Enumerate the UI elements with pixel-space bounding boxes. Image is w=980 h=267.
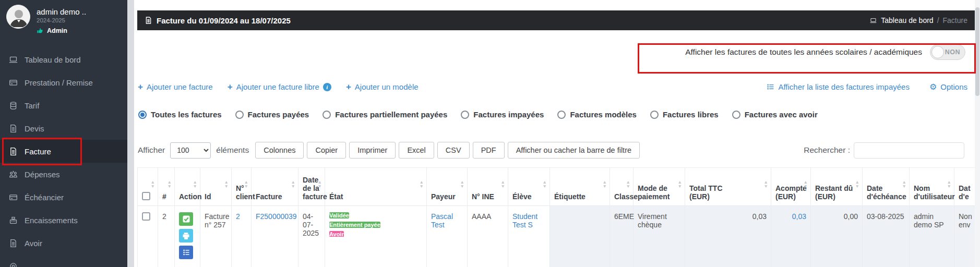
column-header-acompte[interactable]: Acompte (EUR) [771,168,811,206]
column-header-num[interactable]: # [158,168,175,206]
radio-icon [732,111,740,119]
column-header-id[interactable]: Id [200,168,232,206]
cell-acompte: 0,03 [771,206,811,267]
payer-link[interactable]: Pascal Test [431,212,453,229]
search-control: Rechercher : [804,142,964,159]
options-link[interactable]: ⚙ Options [929,82,967,91]
sidebar-item-encaissements[interactable]: Encaissements [0,209,127,232]
filter-factures-partiellement-payees[interactable]: Factures partiellement payées [322,110,447,119]
sort-icon [244,180,248,188]
sidebar-item-tarif[interactable]: Tarif [0,94,127,117]
csv-button[interactable]: CSV [437,142,470,159]
credit-card-icon [9,193,18,202]
column-header-due-date[interactable]: Date d'échéance [863,168,910,206]
column-header-invoice-date[interactable]: Date de la facture [298,168,325,206]
filter-factures-avec-avoir[interactable]: Factures avec avoir [732,110,818,119]
column-header-username[interactable]: Nom d'utilisateur [910,168,954,206]
print-action-button[interactable] [179,229,193,242]
list-icon [182,248,190,257]
invoice-file-icon [9,147,18,156]
add-free-invoice-link[interactable]: + Ajouter une facture libre i [228,82,331,91]
sidebar-item-tableau-de-bord[interactable]: Tableau de bord [0,48,127,71]
cell-select [138,206,158,267]
cell-student: Student Test S [508,206,550,267]
filter-factures-payees[interactable]: Factures payées [235,110,309,119]
details-action-button[interactable] [179,246,193,259]
sidebar-item-label: Devis [25,124,44,133]
sidebar-item-label: Avoir [25,239,42,248]
status-badge-avoir[interactable]: Avoir [329,231,344,237]
sidebar-item-depenses[interactable]: Dépenses [0,163,127,186]
filter-factures-modeles[interactable]: Factures modèles [557,110,637,119]
column-header-client-no[interactable]: N° client [232,168,252,206]
toggle-filter-bar-button[interactable]: Afficher ou cacher la barre de filtre [508,142,640,159]
monitor-icon [9,55,18,64]
filter-label: Factures libres [663,110,719,119]
sidebar-item-facture[interactable]: Facture [0,140,127,163]
add-invoice-link[interactable]: + Ajouter une facture [138,82,213,91]
invoice-file-icon [9,124,18,133]
cell-payer: Pascal Test [427,206,468,267]
copier-button[interactable]: Copier [307,142,346,159]
column-header-eleve[interactable]: Élève [508,168,550,206]
sort-icon [168,180,172,188]
column-header-restant-du[interactable]: Restant dû (EUR) [811,168,863,206]
acompte-link[interactable]: 0,03 [792,212,806,221]
column-header-classe[interactable]: Classe [610,168,634,206]
column-header-ine[interactable]: N° INE [468,168,508,206]
sidebar-item-label: Dépenses [25,170,60,179]
sidebar-item-label: Échéancier [25,193,64,202]
column-header-clipped[interactable]: Dat d'e [954,168,977,206]
show-unpaid-list-link[interactable]: Afficher la liste des factures impayées [767,82,910,91]
add-template-link[interactable]: + Ajouter un modèle [346,82,419,91]
select-all-checkbox[interactable] [142,192,150,200]
filter-factures-libres[interactable]: Factures libres [650,110,719,119]
column-header-etiquette[interactable]: Étiquette [550,168,610,206]
page-size-control: Afficher 100 éléments [138,142,249,159]
colonnes-button[interactable]: Colonnes [255,142,304,159]
filter-factures-impayees[interactable]: Factures impayées [461,110,544,119]
column-header-select-all[interactable] [138,168,158,206]
sort-icon [947,180,951,188]
filter-toutes-les-factures[interactable]: Toutes les factures [138,110,222,119]
student-link[interactable]: Student Test S [512,212,537,229]
column-header-payment-mode[interactable]: Mode de paiement [634,168,685,206]
coins-icon [9,101,18,110]
info-icon[interactable]: i [323,83,331,91]
search-input[interactable] [854,142,964,159]
add-invoice-label: Ajouter une facture [147,82,213,91]
invoice-link[interactable]: F250000039 [256,212,297,221]
imprimer-button[interactable]: Imprimer [349,142,396,159]
row-checkbox[interactable] [142,212,150,221]
breadcrumb-home[interactable]: Tableau de bord [881,16,933,25]
invoices-table: # Action Id N° client Facture Date de la… [137,167,977,267]
plus-icon: + [138,83,143,91]
radio-icon [322,111,331,119]
breadcrumb-separator: / [937,16,939,25]
validate-action-button[interactable] [179,212,193,226]
sort-icon [501,180,505,188]
filter-label: Factures avec avoir [745,110,818,119]
page-size-select[interactable]: 100 [170,142,211,159]
printer-icon [182,232,190,240]
all-years-toggle-switch[interactable]: NON [930,44,965,60]
plus-icon: + [346,83,351,91]
client-link[interactable]: 2 [236,212,240,221]
excel-button[interactable]: Excel [399,142,434,159]
column-header-payeur[interactable]: Payeur [427,168,468,206]
column-header-etat[interactable]: État [325,168,427,206]
sidebar-item-label: Tarif [25,101,39,110]
sidebar-item-devis[interactable]: Devis [0,117,127,140]
column-header-facture[interactable]: Facture [252,168,298,206]
sidebar-item-echeancier[interactable]: Échéancier [0,186,127,209]
sort-icon [318,180,322,188]
monitor-icon [869,17,877,24]
invoice-file-icon [145,16,152,25]
column-header-action[interactable]: Action [175,168,200,206]
column-header-total-ttc[interactable]: Total TTC (EUR) [685,168,771,206]
sidebar-item-partial[interactable] [0,254,127,267]
scrollbar-thumb[interactable] [975,7,979,96]
sidebar-item-avoir[interactable]: Avoir [0,232,127,254]
pdf-button[interactable]: PDF [473,142,505,159]
sidebar-item-prestation-remise[interactable]: Prestation / Remise [0,71,127,94]
